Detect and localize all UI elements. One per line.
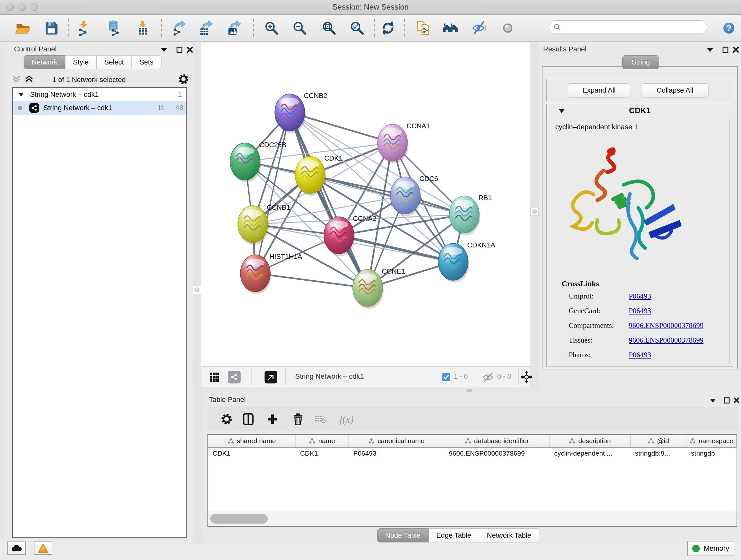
node-CCNA1[interactable]: CCNA1 (378, 122, 430, 164)
import-table-icon (135, 20, 151, 37)
node-HIST1H1A[interactable]: HIST1H1A (240, 253, 302, 294)
scrollbar-thumb[interactable] (210, 514, 268, 523)
import-network-file-button[interactable] (75, 18, 93, 38)
save-session-button[interactable] (43, 18, 60, 38)
delete-column-button[interactable] (290, 411, 307, 428)
expand-all-button[interactable]: Expand All (568, 83, 630, 98)
zoom-out-button[interactable] (291, 18, 309, 38)
home-button[interactable] (441, 18, 459, 38)
grid-view-button[interactable] (208, 371, 220, 383)
tab-string[interactable]: String (622, 55, 659, 69)
hidden-eye-icon[interactable] (482, 373, 494, 382)
column-header-description[interactable]: description (549, 435, 630, 447)
zoom-fit-button[interactable] (320, 18, 338, 38)
import-network-database-button[interactable] (105, 18, 123, 38)
zoom-selected-button[interactable] (348, 18, 366, 38)
tab-node-table[interactable]: Node Table (377, 528, 428, 543)
left-splitter[interactable] (193, 43, 201, 544)
network-view-badge[interactable] (228, 371, 241, 383)
panel-close-icon[interactable] (732, 46, 739, 53)
import-table-button[interactable] (134, 18, 152, 38)
network-canvas[interactable]: CCNB2CCNA1CDC25BCDK1CDC6RB1CCNB1CCNA2CDK… (201, 43, 530, 366)
column-header-database-identifier[interactable]: database identifier (444, 435, 549, 447)
status-bar: ! Memory (0, 544, 741, 560)
table-settings-button[interactable] (218, 411, 235, 428)
collapse-all-button[interactable]: Collapse All (641, 83, 709, 98)
export-network-button[interactable] (170, 18, 188, 38)
zoom-in-button[interactable] (263, 18, 280, 38)
column-header-canonical-name[interactable]: canonical name (349, 435, 444, 447)
main-toolbar: ? (0, 15, 741, 42)
tab-network-table[interactable]: Network Table (479, 528, 539, 543)
show-columns-button[interactable] (240, 411, 257, 428)
panel-float-icon[interactable] (724, 397, 731, 404)
panel-close-icon[interactable] (733, 397, 740, 404)
show-details-button[interactable] (499, 18, 517, 38)
tab-edge-table[interactable]: Edge Table (428, 528, 479, 543)
network-collection-row[interactable]: String Network – cdk1 1 (13, 88, 186, 101)
expand-collapse-box: Expand All Collapse All (546, 79, 733, 101)
node-label-CCNA1: CCNA1 (407, 122, 430, 130)
warnings-button[interactable]: ! (34, 542, 52, 555)
splitter-handle[interactable] (530, 207, 539, 215)
panel-collapse-icon[interactable] (707, 48, 713, 52)
right-splitter[interactable] (530, 43, 539, 394)
panel-close-icon[interactable] (186, 46, 193, 53)
edge-CCNB2-CCNE1[interactable] (290, 112, 367, 288)
column-header-namespace[interactable]: namespace (686, 435, 737, 447)
help-button[interactable]: ? (720, 18, 738, 38)
delete-table-button[interactable] (312, 411, 329, 428)
crosslink-link[interactable]: P06493 (629, 307, 651, 321)
node-CCNE1[interactable]: CCNE1 (353, 267, 405, 309)
protein-description: cyclin–dependent kinase 1 (555, 123, 638, 131)
splitter-handle[interactable] (467, 389, 472, 392)
selected-checkbox[interactable] (442, 373, 450, 381)
tab-style[interactable]: Style (65, 55, 97, 69)
toolbar-separator (68, 19, 69, 37)
memory-status-dot (692, 545, 700, 552)
window-title: Session: New Session (0, 3, 741, 11)
crosslink-link[interactable]: P06493 (629, 292, 651, 307)
splitter-handle[interactable] (193, 286, 201, 294)
panel-float-icon[interactable] (722, 46, 729, 53)
cloud-button[interactable] (7, 542, 26, 555)
node-CDKN1A[interactable]: CDKN1A (438, 241, 495, 283)
hide-details-button[interactable] (470, 18, 488, 38)
node-RB1[interactable]: RB1 (449, 194, 492, 235)
network-row[interactable]: String Network – cdk1 11 48 (13, 101, 186, 115)
tab-network[interactable]: Network (23, 55, 65, 69)
crosslink-link[interactable]: P06493 (629, 351, 651, 366)
search-input[interactable] (549, 20, 707, 34)
annotation-button[interactable] (414, 18, 432, 38)
column-header-shared-name[interactable]: shared name (208, 435, 295, 447)
function-builder-button[interactable]: f(x) (338, 411, 355, 428)
node-CCNB2[interactable]: CCNB2 (275, 91, 327, 133)
crosslink-link[interactable]: 9606.ENSP00000378699 (629, 321, 704, 336)
memory-button[interactable]: Memory (687, 541, 734, 556)
create-column-button[interactable] (264, 411, 281, 428)
birdseye-crosshair-icon[interactable] (520, 371, 533, 383)
node-CCNA2[interactable]: CCNA2 (324, 214, 376, 256)
crosslink-link[interactable]: 9606.ENSP00000378699 (629, 336, 704, 351)
homes-icon (442, 20, 459, 37)
tree-expand-icon[interactable] (18, 93, 23, 97)
gear-icon[interactable] (178, 74, 189, 84)
tab-select[interactable]: Select (97, 55, 132, 69)
column-header-@id[interactable]: @id (630, 435, 687, 447)
export-image-button[interactable] (225, 18, 243, 38)
edge-HIST1H1A-CCNE1[interactable] (255, 273, 367, 288)
column-header-name[interactable]: name (295, 435, 349, 447)
open-in-new-window-button[interactable] (265, 371, 277, 383)
panel-collapse-icon[interactable] (710, 399, 716, 402)
export-table-button[interactable] (197, 18, 215, 38)
panel-collapse-icon[interactable] (161, 48, 167, 52)
check-icon (443, 374, 449, 380)
open-session-button[interactable] (14, 18, 32, 38)
apply-layout-button[interactable] (379, 18, 397, 38)
node-label-CDC6: CDC6 (419, 175, 438, 183)
search-field[interactable] (549, 20, 707, 34)
panel-float-icon[interactable] (176, 46, 183, 53)
table-row[interactable]: CDK1CDK1P064939606.ENSP00000378699cyclin… (208, 448, 737, 459)
horizontal-scrollbar[interactable] (208, 511, 737, 526)
tab-sets[interactable]: Sets (132, 55, 161, 69)
